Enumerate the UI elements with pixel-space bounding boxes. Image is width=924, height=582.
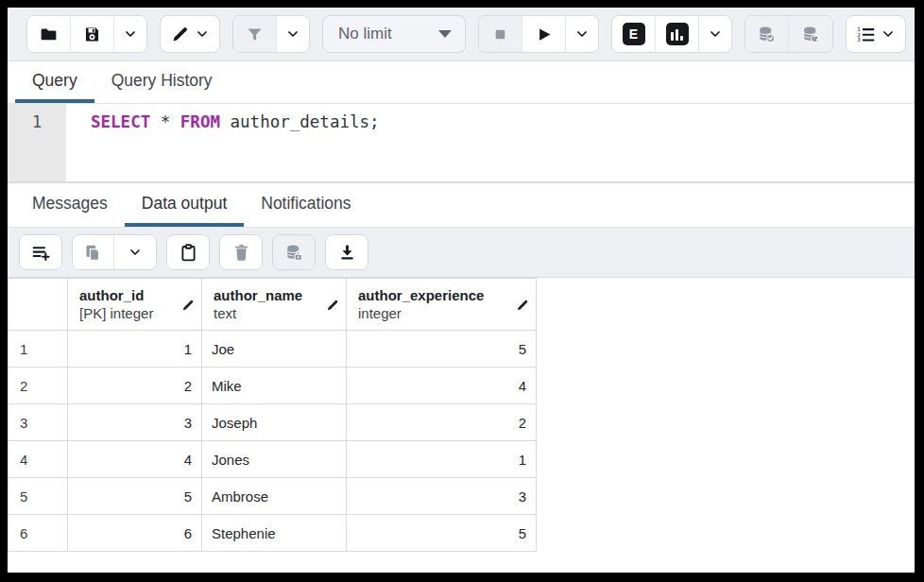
screenshot-frame: No limit E [0,0,924,582]
select-all-corner-cell[interactable] [9,279,68,331]
ordered-list-icon: 123 [856,25,876,44]
cell-author_experience[interactable]: 1 [347,441,537,478]
chevron-down-icon [708,26,723,42]
sql-code-area[interactable]: SELECT * FROM author_details; [66,104,915,181]
play-icon [534,25,554,44]
explain-analyze-button[interactable] [656,16,699,52]
column-header-author_experience[interactable]: author_experienceinteger [347,279,537,331]
save-data-changes-button [273,235,315,269]
cell-author_id[interactable]: 6 [68,515,202,552]
row-number-cell[interactable]: 1 [9,331,68,368]
filter-icon [245,25,265,44]
cell-author_id[interactable]: 3 [68,404,202,441]
table-row: 55Ambrose3 [9,478,537,515]
commit-button [745,16,789,52]
database-check-icon [757,25,777,44]
table-row: 66Stephenie5 [9,515,537,552]
cell-author_id[interactable]: 4 [68,441,202,478]
cell-author_experience[interactable]: 2 [347,404,537,441]
column-name: author_name [214,286,302,304]
cell-author_name[interactable]: Joseph [202,404,347,441]
open-file-button[interactable] [27,16,71,52]
save-data-group [272,234,316,270]
sql-token: * [150,112,180,131]
macros-button[interactable]: 123 [847,16,905,52]
cell-author_experience[interactable]: 5 [347,331,537,368]
result-tabbar: Messages Data output Notifications [8,181,915,228]
cell-author_name[interactable]: Ambrose [202,478,347,515]
tab-notifications[interactable]: Notifications [244,183,368,227]
add-row-button[interactable] [20,235,61,269]
column-type: text [214,304,302,322]
sql-token: SELECT [91,112,150,131]
column-name: author_id [79,286,153,304]
tab-query[interactable]: Query [15,61,94,103]
stop-button [479,16,522,52]
row-number-cell[interactable]: 4 [9,441,68,478]
cell-author_experience[interactable]: 3 [347,478,537,515]
paste-button[interactable] [167,235,209,269]
chevron-down-icon [195,26,210,42]
tab-notifications-label: Notifications [261,194,351,214]
execute-menu-button[interactable] [566,16,598,52]
cell-author_name[interactable]: Joe [202,331,347,368]
tab-data-output[interactable]: Data output [125,183,244,227]
cell-author_id[interactable]: 5 [68,478,202,515]
explain-menu-button[interactable] [699,16,731,52]
database-rollback-icon [801,25,821,44]
table-row: 44Jones1 [9,441,537,478]
row-number-cell[interactable]: 6 [9,515,68,552]
svg-text:3: 3 [857,37,861,43]
tab-messages[interactable]: Messages [15,183,125,227]
line-number: 1 [32,112,42,131]
sql-token: author_details; [220,112,380,131]
cell-author_name[interactable]: Mike [202,368,347,404]
sql-editor: 1 SELECT * FROM author_details; [8,104,915,181]
save-icon [82,25,102,44]
pgadmin-query-tool: No limit E [8,8,915,573]
add-row-group [19,234,62,270]
row-limit-select[interactable]: No limit [322,15,466,53]
clipboard-icon [179,243,198,263]
save-button[interactable] [71,16,114,52]
column-header-author_name[interactable]: author_nametext [202,279,347,331]
cell-author_id[interactable]: 1 [68,331,202,368]
row-number-cell[interactable]: 2 [9,368,68,404]
execute-button[interactable] [522,16,566,52]
filter-button [233,16,277,52]
result-table: author_id[PK] integerauthor_nametextauth… [8,278,537,552]
cell-author_name[interactable]: Stephenie [202,515,347,552]
download-icon [337,243,357,263]
cell-author_name[interactable]: Jones [202,441,347,478]
add-row-icon [31,243,51,263]
table-row: 22Mike4 [9,368,537,404]
explain-button[interactable]: E [612,16,656,52]
chevron-down-icon [574,26,590,42]
data-output-toolbar [8,228,915,278]
folder-icon [39,25,59,44]
edit-button[interactable] [161,16,219,52]
tab-messages-label: Messages [32,194,108,214]
save-menu-button[interactable] [114,16,146,52]
edit-column-icon [326,298,340,312]
file-button-group [26,15,147,53]
tab-query-history[interactable]: Query History [94,61,230,103]
edit-button-group [160,15,220,53]
bar-chart-badge-icon [666,23,689,45]
copy-menu-button[interactable] [114,235,156,269]
row-number-cell[interactable]: 3 [9,404,68,441]
explain-button-group: E [611,15,732,53]
column-header-author_id[interactable]: author_id[PK] integer [68,279,202,331]
cell-author_id[interactable]: 2 [68,368,202,404]
edit-column-icon [516,298,530,312]
filter-menu-button[interactable] [277,16,309,52]
download-group [325,234,368,270]
row-number-cell[interactable]: 5 [9,478,68,515]
macros-button-group: 123 [846,15,906,53]
caret-down-icon [438,30,452,38]
filter-button-group [232,15,310,53]
cell-author_experience[interactable]: 5 [347,515,537,552]
execute-button-group [478,15,599,53]
download-results-button[interactable] [326,235,368,269]
cell-author_experience[interactable]: 4 [347,368,537,404]
